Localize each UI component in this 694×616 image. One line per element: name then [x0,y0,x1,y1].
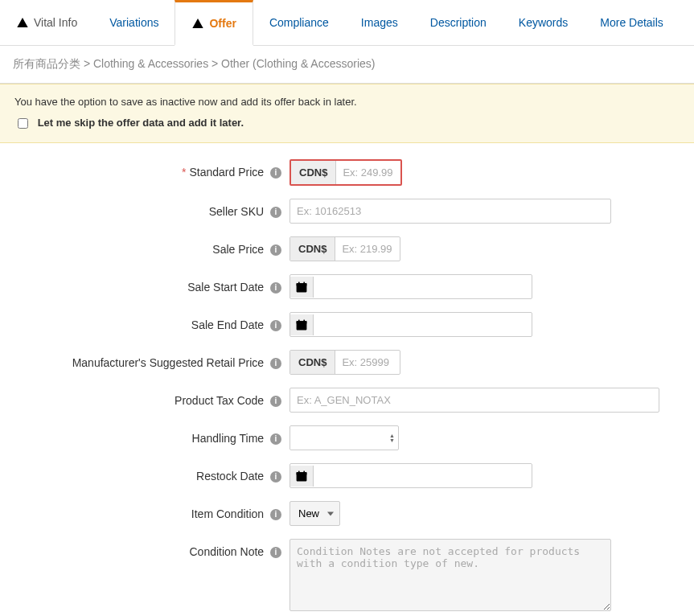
sale-price-group: CDN$ [290,236,400,261]
tab-variations[interactable]: Variations [93,0,175,45]
tab-more-details[interactable]: More Details [584,0,680,45]
tab-bar: Vital Info Variations Offer Compliance I… [0,0,694,46]
label-standard-price: *Standard Price i [0,159,290,179]
tab-offer[interactable]: Offer [175,0,253,46]
restock-date-group [290,463,532,488]
standard-price-group: CDN$ [290,159,402,186]
sale-start-date-input[interactable] [314,275,532,298]
tab-keywords[interactable]: Keywords [503,0,584,45]
tab-images[interactable]: Images [345,0,414,45]
tab-label: Keywords [519,16,568,29]
tab-description[interactable]: Description [414,0,503,45]
info-icon[interactable]: i [270,282,281,294]
label-condition-note: Condition Note i [0,539,290,558]
tab-label: More Details [600,16,663,29]
calendar-icon[interactable] [290,277,314,298]
currency-prefix: CDN$ [291,161,336,184]
label-sale-end-date: Sale End Date i [0,312,290,331]
label-handling-time: Handling Time i [0,425,290,445]
stepper-icon[interactable]: ▲▼ [389,433,395,443]
sale-end-date-group [290,312,532,337]
tab-label: Compliance [269,16,329,29]
skip-offer-label[interactable]: Let me skip the offer data and add it la… [14,117,244,129]
sale-price-input[interactable] [335,237,400,261]
seller-sku-input[interactable] [290,199,611,224]
warning-icon [16,16,29,29]
label-sale-price: Sale Price i [0,236,290,256]
currency-prefix: CDN$ [290,351,335,374]
tab-label: Images [361,16,398,29]
tab-compliance[interactable]: Compliance [253,0,345,45]
restock-date-input[interactable] [314,464,532,487]
msrp-input[interactable] [335,351,400,374]
info-icon[interactable]: i [270,547,281,558]
handling-time-group: ▲▼ [290,425,399,450]
tax-code-input[interactable] [290,388,659,413]
msrp-group: CDN$ [290,350,400,375]
info-icon[interactable]: i [270,244,281,256]
sale-end-date-input[interactable] [314,313,532,336]
sale-start-date-group [290,274,532,299]
label-sale-start-date: Sale Start Date i [0,274,290,294]
info-icon[interactable]: i [270,358,281,369]
tab-label: Description [430,16,487,29]
tab-vital-info[interactable]: Vital Info [0,0,93,45]
notice-banner: You have the option to save as inactive … [0,84,694,143]
standard-price-input[interactable] [336,161,400,184]
warning-icon [191,17,204,30]
tab-label: Variations [109,16,158,29]
label-tax-code: Product Tax Code i [0,388,290,407]
label-restock-date: Restock Date i [0,463,290,483]
handling-time-input[interactable] [290,426,389,450]
breadcrumb: 所有商品分类 > Clothing & Accessories > Other … [0,46,694,84]
label-seller-sku: Seller SKU i [0,199,290,218]
currency-prefix: CDN$ [290,237,335,261]
item-condition-select[interactable]: New [290,501,340,526]
info-icon[interactable]: i [270,320,281,331]
info-icon[interactable]: i [270,167,281,179]
calendar-icon[interactable] [290,466,314,487]
skip-offer-checkbox[interactable] [18,118,28,129]
item-condition-wrap: New [290,501,340,526]
info-icon[interactable]: i [270,471,281,483]
condition-note-textarea [290,539,611,611]
info-icon[interactable]: i [270,396,281,407]
label-msrp: Manufacturer's Suggested Retail Price i [0,350,290,369]
label-item-condition: Item Condition i [0,501,290,520]
info-icon[interactable]: i [270,509,281,520]
tab-label: Offer [209,17,236,30]
info-icon[interactable]: i [270,433,281,445]
tab-label: Vital Info [34,16,77,29]
notice-text: You have the option to save as inactive … [14,96,680,108]
info-icon[interactable]: i [270,207,281,218]
calendar-icon[interactable] [290,314,314,335]
skip-offer-label-text: Let me skip the offer data and add it la… [38,117,244,129]
offer-form: *Standard Price i CDN$ Seller SKU i Sale… [0,143,694,616]
